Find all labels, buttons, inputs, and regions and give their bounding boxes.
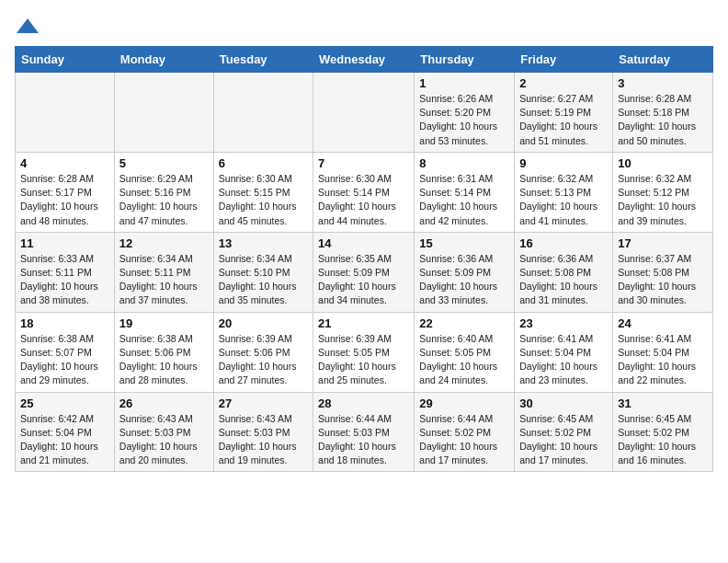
- day-number: 25: [20, 396, 109, 410]
- day-number: 5: [119, 156, 209, 170]
- header-cell-monday: Monday: [114, 47, 213, 73]
- calendar-cell: 6Sunrise: 6:30 AM Sunset: 5:15 PM Daylig…: [213, 152, 313, 232]
- day-info: Sunrise: 6:32 AM Sunset: 5:13 PM Dayligh…: [519, 172, 608, 228]
- calendar-cell: 7Sunrise: 6:30 AM Sunset: 5:14 PM Daylig…: [313, 152, 415, 232]
- day-info: Sunrise: 6:41 AM Sunset: 5:04 PM Dayligh…: [618, 332, 708, 388]
- calendar-cell: 4Sunrise: 6:28 AM Sunset: 5:17 PM Daylig…: [16, 152, 115, 232]
- day-info: Sunrise: 6:28 AM Sunset: 5:18 PM Dayligh…: [618, 92, 708, 148]
- day-number: 11: [20, 236, 109, 250]
- day-number: 22: [419, 316, 509, 330]
- calendar-cell: 19Sunrise: 6:38 AM Sunset: 5:06 PM Dayli…: [114, 312, 213, 392]
- calendar-cell: 30Sunrise: 6:45 AM Sunset: 5:02 PM Dayli…: [515, 392, 613, 472]
- day-info: Sunrise: 6:45 AM Sunset: 5:02 PM Dayligh…: [519, 412, 608, 468]
- day-number: 19: [119, 316, 209, 330]
- calendar-cell: 10Sunrise: 6:32 AM Sunset: 5:12 PM Dayli…: [613, 152, 713, 232]
- calendar-cell: [114, 73, 213, 153]
- day-number: 7: [318, 156, 409, 170]
- day-number: 24: [618, 316, 708, 330]
- calendar-cell: 31Sunrise: 6:45 AM Sunset: 5:02 PM Dayli…: [613, 392, 713, 472]
- calendar-cell: 25Sunrise: 6:42 AM Sunset: 5:04 PM Dayli…: [16, 392, 115, 472]
- calendar-cell: 11Sunrise: 6:33 AM Sunset: 5:11 PM Dayli…: [16, 232, 115, 312]
- day-info: Sunrise: 6:36 AM Sunset: 5:09 PM Dayligh…: [419, 252, 509, 308]
- header-cell-wednesday: Wednesday: [313, 47, 415, 73]
- day-info: Sunrise: 6:29 AM Sunset: 5:16 PM Dayligh…: [119, 172, 209, 228]
- day-info: Sunrise: 6:34 AM Sunset: 5:11 PM Dayligh…: [119, 252, 209, 308]
- calendar-cell: 24Sunrise: 6:41 AM Sunset: 5:04 PM Dayli…: [613, 312, 713, 392]
- day-number: 26: [119, 396, 209, 410]
- day-info: Sunrise: 6:44 AM Sunset: 5:02 PM Dayligh…: [419, 412, 509, 468]
- calendar-header: SundayMondayTuesdayWednesdayThursdayFrid…: [16, 47, 713, 73]
- day-info: Sunrise: 6:41 AM Sunset: 5:04 PM Dayligh…: [519, 332, 608, 388]
- calendar-cell: [313, 73, 415, 153]
- calendar-cell: 17Sunrise: 6:37 AM Sunset: 5:08 PM Dayli…: [613, 232, 713, 312]
- day-info: Sunrise: 6:45 AM Sunset: 5:02 PM Dayligh…: [618, 412, 708, 468]
- week-row-4: 18Sunrise: 6:38 AM Sunset: 5:07 PM Dayli…: [16, 312, 713, 392]
- day-info: Sunrise: 6:33 AM Sunset: 5:11 PM Dayligh…: [20, 252, 109, 308]
- day-info: Sunrise: 6:30 AM Sunset: 5:15 PM Dayligh…: [219, 172, 308, 228]
- day-info: Sunrise: 6:26 AM Sunset: 5:20 PM Dayligh…: [419, 92, 509, 148]
- day-info: Sunrise: 6:32 AM Sunset: 5:12 PM Dayligh…: [618, 172, 708, 228]
- week-row-2: 4Sunrise: 6:28 AM Sunset: 5:17 PM Daylig…: [16, 152, 713, 232]
- day-number: 15: [419, 236, 509, 250]
- calendar-cell: 18Sunrise: 6:38 AM Sunset: 5:07 PM Dayli…: [16, 312, 115, 392]
- calendar-cell: 15Sunrise: 6:36 AM Sunset: 5:09 PM Dayli…: [415, 232, 515, 312]
- day-info: Sunrise: 6:43 AM Sunset: 5:03 PM Dayligh…: [119, 412, 209, 468]
- logo: [15, 15, 42, 40]
- day-number: 13: [219, 236, 308, 250]
- day-number: 23: [519, 316, 608, 330]
- day-info: Sunrise: 6:31 AM Sunset: 5:14 PM Dayligh…: [419, 172, 509, 228]
- day-number: 3: [618, 76, 708, 90]
- calendar-body: 1Sunrise: 6:26 AM Sunset: 5:20 PM Daylig…: [16, 73, 713, 472]
- day-number: 20: [219, 316, 308, 330]
- page-header: [15, 15, 713, 40]
- header-cell-sunday: Sunday: [16, 47, 115, 73]
- calendar-cell: 23Sunrise: 6:41 AM Sunset: 5:04 PM Dayli…: [515, 312, 613, 392]
- calendar-cell: 13Sunrise: 6:34 AM Sunset: 5:10 PM Dayli…: [213, 232, 313, 312]
- day-number: 30: [519, 396, 608, 410]
- day-info: Sunrise: 6:30 AM Sunset: 5:14 PM Dayligh…: [318, 172, 409, 228]
- day-info: Sunrise: 6:37 AM Sunset: 5:08 PM Dayligh…: [618, 252, 708, 308]
- calendar-cell: [16, 73, 115, 153]
- day-info: Sunrise: 6:35 AM Sunset: 5:09 PM Dayligh…: [318, 252, 409, 308]
- calendar-cell: 8Sunrise: 6:31 AM Sunset: 5:14 PM Daylig…: [415, 152, 515, 232]
- calendar-cell: 20Sunrise: 6:39 AM Sunset: 5:06 PM Dayli…: [213, 312, 313, 392]
- calendar-cell: 12Sunrise: 6:34 AM Sunset: 5:11 PM Dayli…: [114, 232, 213, 312]
- calendar-cell: 2Sunrise: 6:27 AM Sunset: 5:19 PM Daylig…: [515, 73, 613, 153]
- calendar-cell: 29Sunrise: 6:44 AM Sunset: 5:02 PM Dayli…: [415, 392, 515, 472]
- day-number: 14: [318, 236, 409, 250]
- day-number: 31: [618, 396, 708, 410]
- day-number: 18: [20, 316, 109, 330]
- header-cell-thursday: Thursday: [415, 47, 515, 73]
- day-info: Sunrise: 6:36 AM Sunset: 5:08 PM Dayligh…: [519, 252, 608, 308]
- day-number: 10: [618, 156, 708, 170]
- header-cell-saturday: Saturday: [613, 47, 713, 73]
- day-info: Sunrise: 6:39 AM Sunset: 5:06 PM Dayligh…: [219, 332, 308, 388]
- day-info: Sunrise: 6:34 AM Sunset: 5:10 PM Dayligh…: [219, 252, 308, 308]
- day-info: Sunrise: 6:44 AM Sunset: 5:03 PM Dayligh…: [318, 412, 409, 468]
- day-info: Sunrise: 6:28 AM Sunset: 5:17 PM Dayligh…: [20, 172, 109, 228]
- calendar-cell: 22Sunrise: 6:40 AM Sunset: 5:05 PM Dayli…: [415, 312, 515, 392]
- calendar-cell: [213, 73, 313, 153]
- week-row-3: 11Sunrise: 6:33 AM Sunset: 5:11 PM Dayli…: [16, 232, 713, 312]
- calendar-cell: 27Sunrise: 6:43 AM Sunset: 5:03 PM Dayli…: [213, 392, 313, 472]
- day-number: 8: [419, 156, 509, 170]
- day-number: 17: [618, 236, 708, 250]
- calendar-cell: 3Sunrise: 6:28 AM Sunset: 5:18 PM Daylig…: [613, 73, 713, 153]
- day-info: Sunrise: 6:43 AM Sunset: 5:03 PM Dayligh…: [219, 412, 308, 468]
- week-row-1: 1Sunrise: 6:26 AM Sunset: 5:20 PM Daylig…: [16, 73, 713, 153]
- day-number: 16: [519, 236, 608, 250]
- day-info: Sunrise: 6:40 AM Sunset: 5:05 PM Dayligh…: [419, 332, 509, 388]
- calendar-cell: 1Sunrise: 6:26 AM Sunset: 5:20 PM Daylig…: [415, 73, 515, 153]
- day-number: 2: [519, 76, 608, 90]
- day-info: Sunrise: 6:42 AM Sunset: 5:04 PM Dayligh…: [20, 412, 109, 468]
- day-info: Sunrise: 6:38 AM Sunset: 5:06 PM Dayligh…: [119, 332, 209, 388]
- calendar-cell: 26Sunrise: 6:43 AM Sunset: 5:03 PM Dayli…: [114, 392, 213, 472]
- day-number: 1: [419, 76, 509, 90]
- day-number: 9: [519, 156, 608, 170]
- day-info: Sunrise: 6:27 AM Sunset: 5:19 PM Dayligh…: [519, 92, 608, 148]
- calendar-cell: 14Sunrise: 6:35 AM Sunset: 5:09 PM Dayli…: [313, 232, 415, 312]
- calendar-cell: 21Sunrise: 6:39 AM Sunset: 5:05 PM Dayli…: [313, 312, 415, 392]
- calendar-cell: 28Sunrise: 6:44 AM Sunset: 5:03 PM Dayli…: [313, 392, 415, 472]
- day-number: 28: [318, 396, 409, 410]
- header-cell-tuesday: Tuesday: [213, 47, 313, 73]
